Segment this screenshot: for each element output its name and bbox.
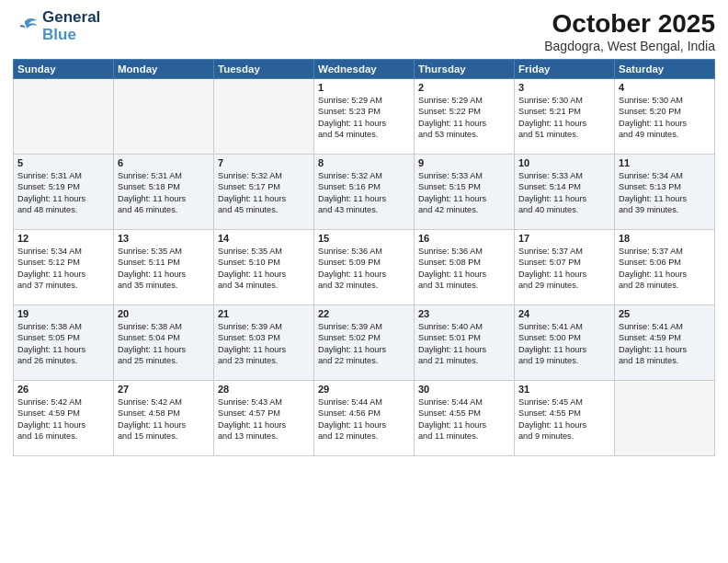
cell-info: Sunrise: 5:29 AM Sunset: 5:22 PM Dayligh… [418, 95, 510, 141]
cell-info: Sunrise: 5:32 AM Sunset: 5:16 PM Dayligh… [318, 170, 410, 216]
day-number: 7 [218, 157, 310, 168]
calendar-cell: 22Sunrise: 5:39 AM Sunset: 5:02 PM Dayli… [314, 305, 415, 381]
cell-info: Sunrise: 5:39 AM Sunset: 5:02 PM Dayligh… [318, 321, 410, 367]
day-number: 3 [518, 82, 610, 93]
calendar-cell: 24Sunrise: 5:41 AM Sunset: 5:00 PM Dayli… [515, 305, 615, 381]
day-number: 5 [17, 157, 109, 168]
weekday-header: Friday [515, 60, 615, 79]
cell-info: Sunrise: 5:42 AM Sunset: 4:58 PM Dayligh… [118, 396, 210, 442]
cell-info: Sunrise: 5:33 AM Sunset: 5:15 PM Dayligh… [418, 170, 510, 216]
cell-info: Sunrise: 5:40 AM Sunset: 5:01 PM Dayligh… [418, 321, 510, 367]
calendar-cell: 18Sunrise: 5:37 AM Sunset: 5:06 PM Dayli… [615, 230, 715, 305]
calendar-cell: 17Sunrise: 5:37 AM Sunset: 5:07 PM Dayli… [515, 230, 615, 305]
weekday-header: Sunday [14, 60, 114, 79]
calendar-cell [615, 381, 715, 456]
calendar-week-row: 1Sunrise: 5:29 AM Sunset: 5:23 PM Daylig… [14, 79, 715, 155]
day-number: 27 [118, 384, 210, 395]
cell-info: Sunrise: 5:36 AM Sunset: 5:09 PM Dayligh… [318, 246, 410, 292]
calendar-cell: 10Sunrise: 5:33 AM Sunset: 5:14 PM Dayli… [515, 155, 615, 230]
weekday-header: Monday [114, 60, 214, 79]
cell-info: Sunrise: 5:36 AM Sunset: 5:08 PM Dayligh… [418, 246, 510, 292]
day-number: 22 [318, 308, 410, 319]
cell-info: Sunrise: 5:38 AM Sunset: 5:05 PM Dayligh… [17, 321, 109, 367]
calendar-cell: 12Sunrise: 5:34 AM Sunset: 5:12 PM Dayli… [14, 230, 114, 305]
cell-info: Sunrise: 5:31 AM Sunset: 5:19 PM Dayligh… [17, 170, 109, 216]
calendar-cell: 11Sunrise: 5:34 AM Sunset: 5:13 PM Dayli… [615, 155, 715, 230]
day-number: 21 [218, 308, 310, 319]
calendar-week-row: 5Sunrise: 5:31 AM Sunset: 5:19 PM Daylig… [14, 155, 715, 230]
cell-info: Sunrise: 5:29 AM Sunset: 5:23 PM Dayligh… [318, 95, 410, 141]
day-number: 16 [418, 233, 510, 244]
day-number: 11 [619, 157, 711, 168]
cell-info: Sunrise: 5:34 AM Sunset: 5:12 PM Dayligh… [17, 246, 109, 292]
weekday-header-row: SundayMondayTuesdayWednesdayThursdayFrid… [14, 60, 715, 79]
weekday-header: Thursday [415, 60, 515, 79]
location: Bagdogra, West Bengal, India [544, 39, 715, 53]
cell-info: Sunrise: 5:44 AM Sunset: 4:56 PM Dayligh… [318, 396, 410, 442]
calendar-cell: 1Sunrise: 5:29 AM Sunset: 5:23 PM Daylig… [314, 79, 415, 155]
cell-info: Sunrise: 5:41 AM Sunset: 4:59 PM Dayligh… [619, 321, 711, 367]
day-number: 8 [318, 157, 410, 168]
calendar-cell: 8Sunrise: 5:32 AM Sunset: 5:16 PM Daylig… [314, 155, 415, 230]
cell-info: Sunrise: 5:37 AM Sunset: 5:06 PM Dayligh… [619, 246, 711, 292]
day-number: 6 [118, 157, 210, 168]
weekday-header: Saturday [615, 60, 715, 79]
day-number: 30 [418, 384, 510, 395]
calendar-cell: 21Sunrise: 5:39 AM Sunset: 5:03 PM Dayli… [214, 305, 314, 381]
cell-info: Sunrise: 5:37 AM Sunset: 5:07 PM Dayligh… [518, 246, 610, 292]
day-number: 25 [619, 308, 711, 319]
day-number: 23 [418, 308, 510, 319]
weekday-header: Tuesday [214, 60, 314, 79]
cell-info: Sunrise: 5:41 AM Sunset: 5:00 PM Dayligh… [518, 321, 610, 367]
logo-text: General Blue [42, 9, 100, 43]
cell-info: Sunrise: 5:39 AM Sunset: 5:03 PM Dayligh… [218, 321, 310, 367]
cell-info: Sunrise: 5:45 AM Sunset: 4:55 PM Dayligh… [518, 396, 610, 442]
day-number: 13 [118, 233, 210, 244]
calendar-cell [14, 79, 114, 155]
calendar-cell [114, 79, 214, 155]
day-number: 19 [17, 308, 109, 319]
calendar-cell: 5Sunrise: 5:31 AM Sunset: 5:19 PM Daylig… [14, 155, 114, 230]
calendar-cell: 16Sunrise: 5:36 AM Sunset: 5:08 PM Dayli… [415, 230, 515, 305]
calendar-cell: 31Sunrise: 5:45 AM Sunset: 4:55 PM Dayli… [515, 381, 615, 456]
day-number: 24 [518, 308, 610, 319]
day-number: 28 [218, 384, 310, 395]
calendar-cell: 9Sunrise: 5:33 AM Sunset: 5:15 PM Daylig… [415, 155, 515, 230]
calendar-cell: 20Sunrise: 5:38 AM Sunset: 5:04 PM Dayli… [114, 305, 214, 381]
day-number: 12 [17, 233, 109, 244]
logo: General Blue [13, 9, 100, 43]
cell-info: Sunrise: 5:33 AM Sunset: 5:14 PM Dayligh… [518, 170, 610, 216]
calendar-cell: 28Sunrise: 5:43 AM Sunset: 4:57 PM Dayli… [214, 381, 314, 456]
calendar-cell: 13Sunrise: 5:35 AM Sunset: 5:11 PM Dayli… [114, 230, 214, 305]
calendar-cell: 30Sunrise: 5:44 AM Sunset: 4:55 PM Dayli… [415, 381, 515, 456]
calendar-cell: 14Sunrise: 5:35 AM Sunset: 5:10 PM Dayli… [214, 230, 314, 305]
logo-icon [13, 14, 39, 40]
day-number: 26 [17, 384, 109, 395]
calendar-cell: 27Sunrise: 5:42 AM Sunset: 4:58 PM Dayli… [114, 381, 214, 456]
day-number: 29 [318, 384, 410, 395]
day-number: 4 [619, 82, 711, 93]
cell-info: Sunrise: 5:34 AM Sunset: 5:13 PM Dayligh… [619, 170, 711, 216]
page-container: General Blue October 2025 Bagdogra, West… [0, 0, 728, 563]
day-number: 9 [418, 157, 510, 168]
calendar-cell [214, 79, 314, 155]
cell-info: Sunrise: 5:35 AM Sunset: 5:11 PM Dayligh… [118, 246, 210, 292]
day-number: 10 [518, 157, 610, 168]
calendar-cell: 19Sunrise: 5:38 AM Sunset: 5:05 PM Dayli… [14, 305, 114, 381]
cell-info: Sunrise: 5:35 AM Sunset: 5:10 PM Dayligh… [218, 246, 310, 292]
day-number: 1 [318, 82, 410, 93]
header: General Blue October 2025 Bagdogra, West… [13, 9, 715, 53]
calendar-week-row: 19Sunrise: 5:38 AM Sunset: 5:05 PM Dayli… [14, 305, 715, 381]
cell-info: Sunrise: 5:30 AM Sunset: 5:20 PM Dayligh… [619, 95, 711, 141]
cell-info: Sunrise: 5:30 AM Sunset: 5:21 PM Dayligh… [518, 95, 610, 141]
day-number: 20 [118, 308, 210, 319]
calendar-week-row: 26Sunrise: 5:42 AM Sunset: 4:59 PM Dayli… [14, 381, 715, 456]
cell-info: Sunrise: 5:42 AM Sunset: 4:59 PM Dayligh… [17, 396, 109, 442]
day-number: 2 [418, 82, 510, 93]
calendar-cell: 29Sunrise: 5:44 AM Sunset: 4:56 PM Dayli… [314, 381, 415, 456]
day-number: 18 [619, 233, 711, 244]
calendar-cell: 6Sunrise: 5:31 AM Sunset: 5:18 PM Daylig… [114, 155, 214, 230]
calendar-cell: 7Sunrise: 5:32 AM Sunset: 5:17 PM Daylig… [214, 155, 314, 230]
calendar-cell: 4Sunrise: 5:30 AM Sunset: 5:20 PM Daylig… [615, 79, 715, 155]
calendar-week-row: 12Sunrise: 5:34 AM Sunset: 5:12 PM Dayli… [14, 230, 715, 305]
